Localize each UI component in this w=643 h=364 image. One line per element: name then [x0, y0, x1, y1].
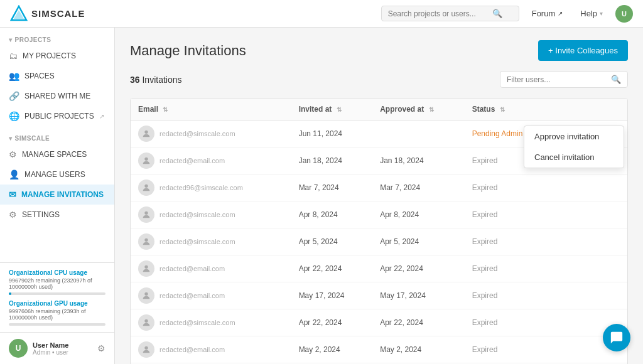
simscale-logo-icon: [10, 5, 28, 23]
invited-at-0: Jun 11, 2024: [291, 120, 373, 147]
table-row: redacted96@simscale.com Mar 7, 2024 Mar …: [131, 174, 627, 201]
email-text-4: redacted@simscale.com: [159, 238, 235, 245]
status-8: Expired: [465, 336, 595, 363]
email-cell-5: redacted@email.com: [131, 255, 291, 282]
filter-users-input[interactable]: 🔍: [500, 71, 628, 88]
sidebar-avatar: U: [9, 339, 28, 358]
svg-point-4: [144, 185, 148, 188]
col-approved-at[interactable]: Approved at ⇅: [372, 99, 464, 120]
email-cell-0: redacted@simscale.com: [131, 120, 291, 147]
manage-users-icon: 👤: [9, 169, 19, 179]
approved-at-5: Apr 22, 2024: [372, 255, 464, 282]
email-cell-2: redacted96@simscale.com: [131, 174, 291, 201]
user-icon: [141, 210, 151, 220]
user-icon: [141, 345, 151, 355]
chevron-down-icon: ▾: [600, 10, 603, 17]
cpu-bar-fill: [9, 292, 11, 295]
external-link-icon: ↗: [558, 10, 563, 17]
search-input[interactable]: [388, 9, 489, 18]
cpu-usage-label[interactable]: Organizational CPU usage: [9, 269, 105, 276]
invitation-count: 36 Invitations: [130, 75, 182, 85]
filter-input-field[interactable]: [507, 75, 607, 84]
user-icon: [141, 183, 151, 193]
action-cell-3: [595, 201, 627, 228]
svg-point-2: [144, 131, 148, 134]
email-text-7: redacted@simscale.com: [159, 319, 235, 326]
svg-point-3: [144, 158, 148, 161]
logo[interactable]: SIMSCALE: [10, 5, 85, 23]
sidebar-item-settings[interactable]: ⚙ SETTINGS: [0, 205, 114, 225]
status-4: Expired: [465, 228, 595, 255]
email-cell-6: redacted@email.com: [131, 282, 291, 309]
sidebar-item-manage-users[interactable]: 👤 MANAGE USERS: [0, 164, 114, 185]
user-icon: [141, 156, 151, 166]
row-avatar-3: [138, 206, 154, 223]
cancel-invitation-menu-item[interactable]: Cancel invitation: [524, 147, 624, 168]
chat-button[interactable]: [603, 324, 630, 351]
filter-search-icon: 🔍: [611, 75, 621, 84]
sort-email-icon: ⇅: [163, 106, 168, 113]
table-row: redacted@simscale.com Apr 8, 2024 Apr 8,…: [131, 201, 627, 228]
action-cell-5: [595, 255, 627, 282]
projects-section-label: ▾ PROJECTS: [0, 28, 114, 46]
email-text-8: redacted@email.com: [159, 346, 225, 353]
email-text-5: redacted@email.com: [159, 265, 225, 272]
user-icon: [141, 237, 151, 247]
gpu-usage-bar: [9, 323, 105, 326]
table-row: redacted@email.com May 2, 2024 May 2, 20…: [131, 336, 627, 363]
action-cell-4: [595, 228, 627, 255]
user-icon: [141, 318, 151, 328]
approved-at-3: Apr 8, 2024: [372, 201, 464, 228]
col-invited-at[interactable]: Invited at ⇅: [291, 99, 373, 120]
sidebar-item-shared-with-me[interactable]: 🔗 SHARED WITH ME: [0, 86, 114, 106]
email-text-6: redacted@email.com: [159, 292, 225, 299]
count-filter-row: 36 Invitations 🔍: [130, 71, 628, 88]
status-5: Expired: [465, 255, 595, 282]
sidebar-item-my-projects[interactable]: 🗂 MY PROJECTS: [0, 46, 114, 66]
email-text-3: redacted@simscale.com: [159, 211, 235, 218]
global-search[interactable]: 🔍: [381, 6, 519, 21]
settings-icon: ⚙: [9, 210, 17, 220]
user-settings-icon[interactable]: ⚙: [97, 343, 105, 353]
approved-at-6: May 17, 2024: [372, 282, 464, 309]
sidebar-item-spaces[interactable]: 👥 SPACES: [0, 66, 114, 86]
status-2: Expired: [465, 174, 595, 201]
approved-at-7: Apr 22, 2024: [372, 309, 464, 336]
row-avatar-0: [138, 126, 154, 142]
invited-at-7: Apr 22, 2024: [291, 309, 373, 336]
chat-icon: [610, 331, 624, 345]
email-cell-3: redacted@simscale.com: [131, 201, 291, 228]
row-avatar-8: [138, 341, 154, 358]
invited-at-6: May 17, 2024: [291, 282, 373, 309]
user-icon: [141, 264, 151, 274]
col-status[interactable]: Status ⇅: [465, 99, 595, 120]
svg-point-8: [144, 292, 148, 296]
col-email[interactable]: Email ⇅: [131, 99, 291, 120]
status-3: Expired: [465, 201, 595, 228]
sidebar-item-manage-spaces[interactable]: ⚙ MANAGE SPACES: [0, 144, 114, 164]
public-icon: 🌐: [9, 111, 19, 121]
user-avatar[interactable]: U: [615, 5, 633, 23]
shared-icon: 🔗: [9, 91, 19, 101]
table-row: redacted@email.com May 17, 2024 May 17, …: [131, 282, 627, 309]
approve-invitation-menu-item[interactable]: Approve invitation: [524, 126, 624, 147]
svg-point-7: [144, 265, 148, 269]
invited-at-3: Apr 8, 2024: [291, 201, 373, 228]
invite-colleagues-button[interactable]: + Invite Colleagues: [538, 40, 628, 61]
gpu-usage-label[interactable]: Organizational GPU usage: [9, 300, 105, 307]
email-cell-1: redacted@email.com: [131, 147, 291, 174]
col-actions: [595, 99, 627, 120]
invited-at-1: Jan 18, 2024: [291, 147, 373, 174]
user-icon: [141, 291, 151, 301]
sidebar-item-public-projects[interactable]: 🌐 PUBLIC PROJECTS ↗: [0, 106, 114, 126]
action-cell-2: [595, 174, 627, 201]
forum-link[interactable]: Forum ↗: [527, 9, 568, 18]
sidebar-user-section: U User Name Admin • user ⚙: [0, 332, 114, 364]
page-title: Manage Invitations: [130, 43, 246, 59]
email-text-2: redacted96@simscale.com: [159, 184, 243, 191]
cpu-usage-sub: 9967902h remaining (232097h of 10000000h…: [9, 277, 105, 290]
email-text-1: redacted@email.com: [159, 157, 225, 164]
invited-at-2: Mar 7, 2024: [291, 174, 373, 201]
help-menu[interactable]: Help ▾: [575, 9, 608, 18]
sidebar-item-manage-invitations[interactable]: ✉ MANAGE INVITATIONS: [0, 185, 114, 205]
